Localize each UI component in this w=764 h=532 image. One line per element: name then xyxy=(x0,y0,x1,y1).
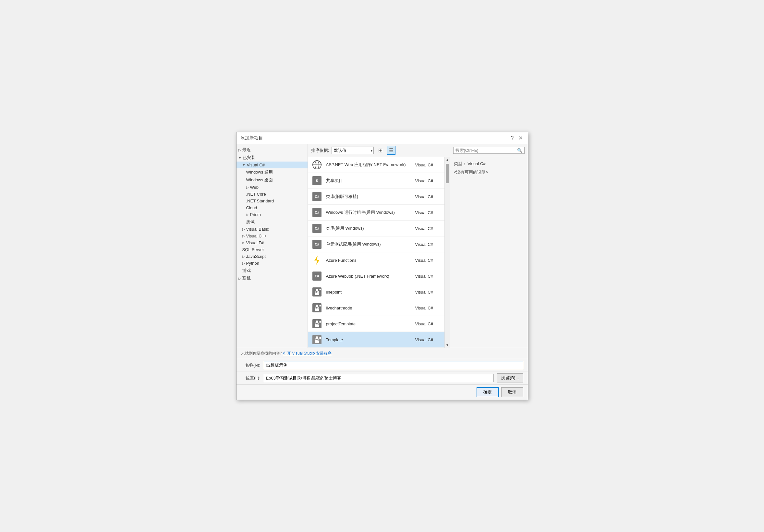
scroll-down-icon[interactable]: ▼ xyxy=(445,342,450,348)
sort-select[interactable]: 默认值 名称 类型 xyxy=(331,147,374,154)
sidebar-item-net-standard[interactable]: .NET Standard xyxy=(237,198,307,204)
template-icon: C# xyxy=(311,302,323,314)
sidebar-item-test[interactable]: 测试 xyxy=(237,218,307,226)
arrow-icon: ▼ xyxy=(242,163,246,167)
template-item[interactable]: Azure FunctionsVisual C# xyxy=(308,253,445,268)
scroll-up-icon[interactable]: ▲ xyxy=(445,157,450,162)
template-lang: Visual C# xyxy=(415,178,441,183)
sidebar-item-net-core[interactable]: .NET Core xyxy=(237,191,307,198)
template-icon: C# xyxy=(311,334,323,345)
location-select[interactable]: E:\03学习测试目录\博客\黑夜的骑士博客 xyxy=(264,374,494,382)
svg-rect-41 xyxy=(319,337,319,338)
ok-button[interactable]: 确定 xyxy=(477,387,498,397)
sidebar-item-visual-fsharp[interactable]: ▷Visual F# xyxy=(237,240,307,246)
help-button[interactable]: ? xyxy=(510,135,515,141)
template-icon: C# xyxy=(311,239,323,250)
arrow-icon: ▷ xyxy=(246,213,249,216)
sidebar-item-label: Visual C++ xyxy=(246,234,267,239)
svg-text:C#: C# xyxy=(315,243,319,246)
sidebar-item-recent[interactable]: ▷最近 xyxy=(237,146,307,154)
type-label: 类型： xyxy=(454,161,467,166)
template-icon: S xyxy=(311,175,323,187)
name-label: 名称(N): xyxy=(241,362,261,368)
action-row: 确定 取消 xyxy=(237,385,528,400)
svg-rect-35 xyxy=(320,321,321,322)
list-view-button[interactable]: ☰ xyxy=(387,146,395,155)
sidebar-item-python[interactable]: ▷Python xyxy=(237,260,307,266)
sidebar-item-windows-common[interactable]: Windows 通用 xyxy=(237,168,307,176)
sidebar-item-visual-basic[interactable]: ▷Visual Basic xyxy=(237,226,307,233)
svg-rect-29 xyxy=(319,306,319,307)
sidebar-item-web[interactable]: ▷Web xyxy=(237,184,307,191)
info-desc: <没有可用的说明> xyxy=(454,169,524,175)
sidebar-item-online[interactable]: ▷联机 xyxy=(237,274,307,282)
location-label: 位置(L): xyxy=(241,375,261,381)
svg-rect-44 xyxy=(320,338,321,339)
sidebar-item-visual-csharp[interactable]: ▼Visual C# xyxy=(237,162,307,168)
svg-rect-22 xyxy=(319,291,319,291)
grid-view-button[interactable]: ⊞ xyxy=(376,146,384,155)
template-item[interactable]: S共享项目Visual C# xyxy=(308,173,445,189)
template-icon xyxy=(311,254,323,266)
sidebar-item-label: Visual C# xyxy=(247,162,265,167)
template-icon-svg: C# xyxy=(312,207,322,218)
browse-button[interactable]: 浏览(B)... xyxy=(497,373,523,383)
scroll-thumb[interactable] xyxy=(446,164,449,183)
dialog-title: 添加新项目 xyxy=(240,135,263,141)
sidebar-item-label: 联机 xyxy=(242,275,251,281)
template-item[interactable]: C#Windows 运行时组件(通用 Windows)Visual C# xyxy=(308,205,445,221)
template-item[interactable]: C#projectTemplateVisual C# xyxy=(308,316,445,332)
svg-rect-37 xyxy=(320,322,321,323)
sort-label: 排序依据: xyxy=(311,148,329,153)
sidebar-item-cloud[interactable]: Cloud xyxy=(237,204,307,211)
cancel-button[interactable]: 取消 xyxy=(501,387,523,397)
template-item[interactable]: C#TemplateVisual C# xyxy=(308,332,445,348)
template-icon xyxy=(311,159,323,171)
sidebar-item-games[interactable]: 游戏 xyxy=(237,266,307,274)
titlebar: 添加新项目 ? ✕ xyxy=(237,132,528,144)
name-input[interactable] xyxy=(264,361,523,369)
template-item[interactable]: C#linepointVisual C# xyxy=(308,284,445,300)
template-icon: C# xyxy=(311,207,323,218)
search-input[interactable] xyxy=(456,148,517,153)
scrollbar[interactable]: ▲ ▼ xyxy=(445,157,450,348)
template-item[interactable]: C#Azure WebJob (.NET Framework)Visual C# xyxy=(308,268,445,284)
titlebar-controls: ? ✕ xyxy=(510,135,524,141)
template-item[interactable]: C#类库(旧版可移植)Visual C# xyxy=(308,189,445,205)
svg-rect-36 xyxy=(319,322,319,323)
template-icon-svg: C# xyxy=(312,271,322,281)
template-icon-svg: C# xyxy=(312,303,322,313)
sort-select-wrapper: 默认值 名称 类型 ▾ xyxy=(331,147,374,154)
template-icon: C# xyxy=(311,286,323,298)
sidebar-item-javascript[interactable]: ▷JavaScript xyxy=(237,253,307,260)
template-item[interactable]: C#livechartmodeVisual C# xyxy=(308,300,445,316)
sidebar-item-prism[interactable]: ▷Prism xyxy=(237,211,307,218)
template-name: ASP.NET Web 应用程序(.NET Framework) xyxy=(326,162,412,168)
template-icon-svg: C# xyxy=(312,334,322,345)
open-installer-link[interactable]: 打开 Visual Studio 安装程序 xyxy=(283,351,331,356)
template-name: Template xyxy=(326,337,412,342)
template-lang: Visual C# xyxy=(415,162,441,167)
template-item[interactable]: C#类库(通用 Windows)Visual C# xyxy=(308,221,445,237)
sidebar-item-windows-desktop[interactable]: Windows 桌面 xyxy=(237,176,307,184)
sidebar-item-label: Cloud xyxy=(246,205,257,210)
sidebar-item-visual-cpp[interactable]: ▷Visual C++ xyxy=(237,233,307,240)
sidebar-item-label: .NET Standard xyxy=(246,199,274,203)
template-item[interactable]: C#单元测试应用(通用 Windows)Visual C# xyxy=(308,237,445,253)
svg-text:S: S xyxy=(316,179,318,183)
svg-rect-20 xyxy=(319,289,319,290)
location-select-wrapper: E:\03学习测试目录\博客\黑夜的骑士博客 xyxy=(264,374,494,382)
template-icon: C# xyxy=(311,270,323,282)
template-item[interactable]: ASP.NET Web 应用程序(.NET Framework)Visual C… xyxy=(308,157,445,173)
sidebar-item-sql-server[interactable]: SQL Server xyxy=(237,246,307,253)
svg-point-26 xyxy=(316,305,318,307)
template-lang: Visual C# xyxy=(415,226,441,231)
svg-point-19 xyxy=(316,289,318,291)
close-button[interactable]: ✕ xyxy=(517,135,524,141)
left-panel: ▷最近▼已安装▼Visual C#Windows 通用Windows 桌面▷We… xyxy=(237,144,308,348)
template-icon-svg: C# xyxy=(312,318,322,329)
search-box: 🔍 xyxy=(453,147,524,154)
cancel-button-label: 取消 xyxy=(508,390,516,395)
sidebar-item-installed[interactable]: ▼已安装 xyxy=(237,154,307,162)
sidebar-item-label: 已安装 xyxy=(243,155,255,161)
